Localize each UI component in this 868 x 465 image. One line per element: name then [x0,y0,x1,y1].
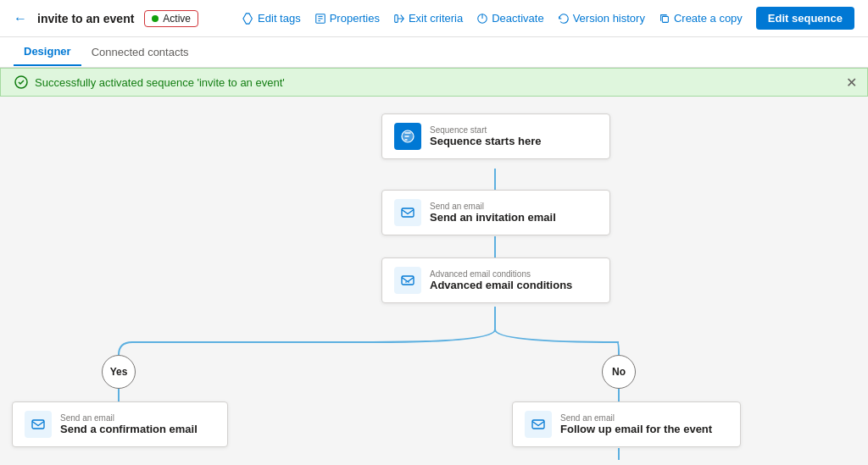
tab-connected-contacts[interactable]: Connected contacts [81,39,199,65]
sequence-start-type: Sequence start [430,125,542,135]
sequence-start-title: Sequence starts here [430,135,542,147]
send-followup-type: Send an email [560,413,712,423]
sequence-start-icon [394,123,421,150]
send-email-1-type: Send an email [430,202,556,211]
status-label: Active [163,13,191,25]
svg-rect-20 [532,420,544,429]
svg-rect-18 [402,276,414,285]
tabs-bar: Designer Connected contacts [0,37,868,68]
send-email-1-icon [394,199,421,226]
version-history-action[interactable]: Version history [558,12,645,25]
node-advanced-conditions-1[interactable]: Advanced email conditions Advanced email… [381,257,610,303]
properties-icon [314,13,326,25]
page-title: invite to an event [37,12,134,25]
advanced-conditions-1-content: Advanced email conditions Advanced email… [430,269,572,291]
send-email-1-content: Send an email Send an invitation email [430,202,556,224]
success-banner: Successfully activated sequence 'invite … [0,68,868,97]
svg-rect-17 [402,208,414,217]
svg-rect-19 [32,420,44,429]
status-dot [152,15,159,22]
sequence-start-content: Sequence start Sequence starts here [430,125,542,147]
svg-rect-7 [662,16,668,22]
deactivate-action[interactable]: Deactivate [476,12,543,25]
advanced-conditions-1-type: Advanced email conditions [430,269,572,279]
yes-label: Yes [102,355,136,389]
node-send-email-1[interactable]: Send an email Send an invitation email [381,190,610,235]
header: ← invite to an event Active Edit tags Pr… [0,0,868,37]
send-confirmation-content: Send an email Send a confirmation email [60,413,198,435]
history-icon [558,13,570,25]
properties-action[interactable]: Properties [314,12,380,25]
no-label: No [602,355,636,389]
create-copy-action[interactable]: Create a copy [659,12,743,25]
node-send-followup[interactable]: Send an email Follow up email for the ev… [512,401,741,447]
copy-icon [659,13,670,25]
canvas: Sequence start Sequence starts here Send… [0,97,868,460]
send-email-1-title: Send an invitation email [430,211,556,224]
send-followup-icon [525,411,552,438]
exit-criteria-icon [393,13,405,25]
deactivate-icon [476,13,488,25]
edit-tags-action[interactable]: Edit tags [242,12,301,25]
exit-criteria-action[interactable]: Exit criteria [393,12,463,25]
advanced-conditions-1-title: Advanced email conditions [430,279,572,291]
header-actions: Edit tags Properties Exit criteria Deact… [242,7,854,30]
node-send-confirmation[interactable]: Send an email Send a confirmation email [12,401,228,447]
success-icon [14,75,28,89]
back-button[interactable]: ← [14,11,27,26]
send-confirmation-icon [25,411,52,438]
close-banner-button[interactable]: ✕ [846,75,857,91]
send-followup-content: Send an email Follow up email for the ev… [560,413,712,435]
svg-rect-4 [395,14,398,22]
edit-sequence-button[interactable]: Edit sequence [756,7,854,30]
banner-text: Successfully activated sequence 'invite … [35,76,285,89]
tag-icon [242,13,254,25]
tab-designer[interactable]: Designer [14,38,81,66]
send-confirmation-title: Send a confirmation email [60,423,198,435]
status-badge: Active [144,10,198,27]
advanced-conditions-1-icon [394,267,421,294]
send-followup-title: Follow up email for the event [560,423,712,435]
node-sequence-start[interactable]: Sequence start Sequence starts here [381,113,610,159]
send-confirmation-type: Send an email [60,413,198,423]
